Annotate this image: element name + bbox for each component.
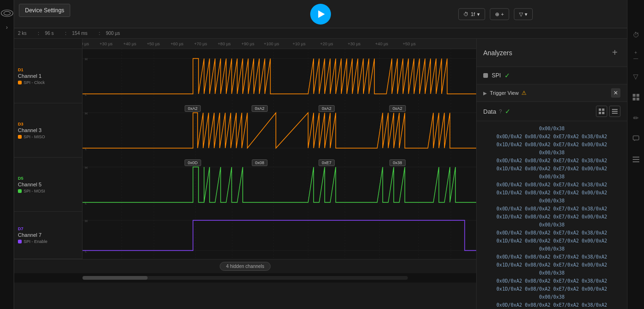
channel-tag-d1: SPI - Clock: [18, 80, 78, 85]
timeline-info-bar: 2 ks : 96 s : 154 ms : 900 µs: [14, 28, 627, 39]
channel-id-d7: D7: [18, 226, 78, 231]
far-right-bar: ⏱ +― ▽ ✏: [627, 0, 644, 309]
grid-icon[interactable]: [629, 91, 643, 104]
data-help-icon: ?: [499, 109, 502, 114]
data-row: 0x0D/0xA2 0x08/0xA2 0xE7/0xA2 0x38/0xA2: [481, 157, 622, 165]
svg-text:L: L: [85, 201, 87, 205]
data-row: 0x00/0x38: [481, 269, 622, 277]
svg-text:L: L: [85, 249, 87, 253]
data-row: 0x0D/0xA2 0x08/0xA2 0xE7/0xA2 0x38/0xA2: [481, 133, 622, 141]
annotation-d3-2: 0xA2: [251, 105, 268, 112]
svg-text:L: L: [85, 92, 87, 97]
ruler-tick: +40 µs: [375, 42, 388, 46]
data-row: 0x1D/0xA2 0x08/0xA2 0xE7/0xA2 0x00/0xA2: [481, 261, 622, 269]
tag-dot-d1: [18, 81, 22, 84]
timeline-separator3: :: [99, 31, 100, 36]
timeline-interval: 900 µs: [106, 31, 125, 36]
svg-rect-61: [602, 112, 604, 114]
right-panel-header: Analyzers +: [477, 39, 627, 67]
channel-row-d7: D7 Channel 7 SPI - Enable H L: [14, 212, 476, 259]
svg-rect-69: [633, 136, 638, 140]
right-panel: Analyzers + SPI ✓ ▶ Trigger View ⚠ ✕: [476, 39, 627, 309]
device-icon[interactable]: [0, 5, 16, 22]
channel-label-d5: D5 Channel 5 SPI - MOSI: [14, 158, 83, 212]
svg-rect-63: [612, 111, 618, 112]
chat-icon[interactable]: [629, 132, 643, 145]
data-check-icon: ✓: [505, 108, 511, 115]
add-button[interactable]: ⊕ +: [490, 8, 509, 20]
trigger-view-label: Trigger View: [490, 90, 519, 96]
freq-chevron: ▾: [477, 11, 480, 17]
ruler-ticks: +50 µs+30 µs+40 µs+50 µs+60 µs+70 µs+80 …: [83, 39, 476, 49]
svg-text:H: H: [85, 57, 88, 61]
filter-button[interactable]: ▽ ▾: [514, 8, 533, 20]
data-row: 0x1D/0xA2 0x08/0xA2 0xE7/0xA2 0x00/0xA2: [481, 189, 622, 197]
hidden-channels-badge: 4 hidden channels: [220, 262, 270, 271]
data-grid-view-button[interactable]: [596, 106, 607, 117]
data-row: 0x00/0x38: [481, 149, 622, 157]
ruler-tick: +20 µs: [320, 42, 333, 46]
svg-rect-62: [612, 109, 618, 110]
annotation-d3-4: 0xA2: [389, 105, 406, 112]
data-row: 0x0D/0xA2 0x08/0xA2 0xE7/0xA2 0x38/0xA2: [481, 205, 622, 213]
freq-icon: ⏱: [463, 11, 469, 17]
toolbar: Device Settings ⏱ 1f ▾ ⊕ + ▽ ▾: [14, 0, 627, 28]
ruler-spacer: [14, 39, 83, 49]
trigger-warning-icon: ⚠: [521, 90, 527, 96]
trigger-close-button[interactable]: ✕: [611, 88, 620, 98]
data-row: 0x00/0x38: [481, 293, 622, 301]
channel-label-d1: D1 Channel 1 SPI - Clock: [14, 49, 83, 103]
data-row: 0x00/0x38: [481, 197, 622, 205]
bottom-scrollbar[interactable]: [14, 273, 476, 283]
scroll-track[interactable]: [83, 276, 408, 280]
interval-value: 900 µs: [106, 31, 120, 36]
ruler-tick: +40 µs: [123, 42, 136, 46]
left-sidebar: ›: [0, 0, 14, 309]
channels-waveforms: +50 µs+30 µs+40 µs+50 µs+60 µs+70 µs+80 …: [14, 39, 476, 309]
data-content[interactable]: 0x00/0x380x0D/0xA2 0x08/0xA2 0xE7/0xA2 0…: [477, 121, 627, 309]
ruler-tick: +80 µs: [218, 42, 231, 46]
ruler-tick: +100 µs: [264, 42, 279, 46]
channel-id-d1: D1: [18, 67, 78, 72]
svg-rect-71: [633, 159, 639, 160]
ruler-tick: +50 µs: [147, 42, 160, 46]
svg-rect-60: [599, 112, 601, 114]
list-icon[interactable]: [629, 153, 643, 166]
data-list-view-button[interactable]: [609, 106, 620, 117]
expand-button[interactable]: ›: [2, 23, 12, 32]
add-channel-icon[interactable]: +―: [629, 49, 643, 62]
channel-name-d1: Channel 1: [18, 73, 78, 79]
filter-icon[interactable]: ▽: [629, 70, 643, 83]
device-settings-tooltip: Device Settings: [19, 4, 70, 17]
tag-dot-d5: [18, 189, 22, 193]
spi-analyzer-item[interactable]: SPI ✓: [477, 67, 627, 84]
play-button[interactable]: [310, 4, 331, 25]
ruler-tick: +30 µs: [347, 42, 360, 46]
annotation-d3-3: 0xA2: [318, 105, 335, 112]
tag-dot-d3: [18, 135, 22, 139]
rate-value: 2 ks: [18, 31, 26, 36]
waveform-d1: H L: [83, 49, 476, 103]
timing-icon[interactable]: ⏱: [629, 28, 643, 42]
trigger-left: ▶ Trigger View ⚠: [483, 90, 527, 96]
channel-row-d5: D5 Channel 5 SPI - MOSI H L: [14, 158, 476, 212]
channel-tag-d3: SPI - MISO: [18, 134, 78, 139]
svg-text:H: H: [85, 219, 88, 223]
edit-icon[interactable]: ✏: [629, 111, 643, 125]
svg-rect-58: [599, 109, 601, 111]
device-settings-label: Device Settings: [25, 7, 64, 14]
freq-button[interactable]: ⏱ 1f ▾: [458, 8, 485, 20]
tag-dot-d7: [18, 240, 22, 243]
analyzers-title: Analyzers: [483, 49, 512, 57]
annotation-d5-3: 0xE7: [318, 159, 335, 166]
data-row: 0x00/0x38: [481, 125, 622, 133]
waveform-d7: H L: [83, 212, 476, 259]
scroll-thumb[interactable]: [83, 276, 148, 280]
ruler-tick: +10 µs: [293, 42, 305, 46]
channel-label-d3: D3 Channel 3 SPI - MISO: [14, 103, 83, 158]
ruler-tick: +90 µs: [241, 42, 254, 46]
timeline-separator: :: [38, 31, 39, 36]
add-analyzer-button[interactable]: +: [609, 47, 620, 58]
filter-label: ▽: [519, 11, 523, 17]
svg-point-1: [4, 11, 10, 15]
